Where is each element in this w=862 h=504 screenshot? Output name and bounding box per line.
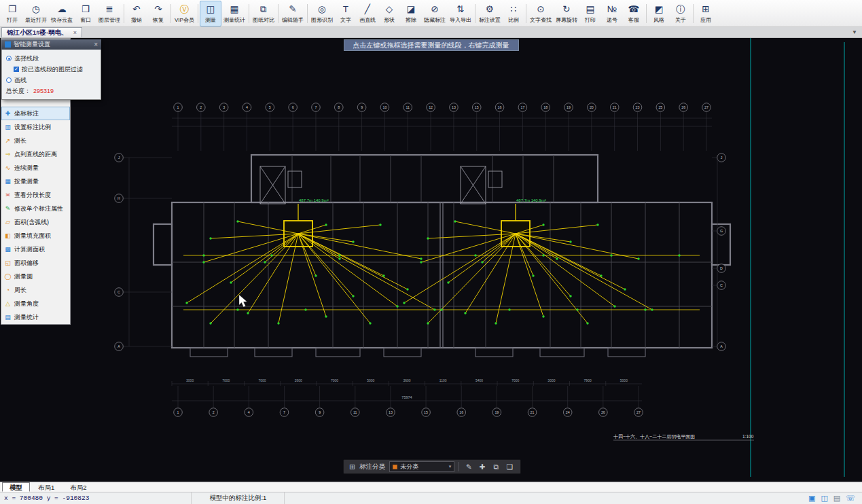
- dialog-titlebar[interactable]: 智能测量设置 ×: [1, 39, 101, 50]
- svg-text:24: 24: [566, 410, 570, 414]
- classify-dropdown[interactable]: 未分类 ▾: [389, 461, 454, 472]
- chevron-down-icon[interactable]: ▼: [852, 29, 857, 35]
- toolbar-button-label: 关于: [675, 16, 686, 24]
- toolbar-button-6-5[interactable]: ⊘隐藏标注: [422, 1, 448, 26]
- svg-text:18: 18: [543, 105, 547, 109]
- toolbar-button-5-0[interactable]: ✎编辑随手: [280, 1, 306, 26]
- sidebar-item-7[interactable]: ✎修改单个标注属性: [1, 202, 70, 215]
- total-length-row: 总长度： 295319: [6, 86, 96, 96]
- checkbox-label: 按已选线段的图层过滤: [22, 65, 83, 74]
- document-tab[interactable]: 锦江小区1#楼-弱电、 ×: [1, 27, 82, 37]
- toolbar-button-6-6[interactable]: ⇅导入导出: [448, 1, 473, 26]
- toolbar-button-9-1[interactable]: ⓘ关于: [670, 1, 692, 26]
- toolbar-separator: [249, 4, 249, 23]
- svg-text:20: 20: [590, 105, 594, 109]
- radio-select-segment[interactable]: 选择线段: [6, 53, 96, 64]
- svg-text:3600: 3600: [403, 378, 410, 382]
- toolbar-button-9-0[interactable]: ◩风格: [648, 1, 670, 26]
- svg-text:3000: 3000: [547, 378, 555, 382]
- chat-icon[interactable]: ▣: [808, 494, 815, 503]
- toolbar-button-label: 图纸对比: [253, 16, 274, 24]
- toolbar-icon: ⚙: [486, 3, 494, 16]
- toolbar-button-0-1[interactable]: ◷最近打开: [23, 1, 49, 26]
- sidebar-item-9[interactable]: ◧测量填充面积: [1, 229, 70, 242]
- paste-button[interactable]: ❏: [504, 463, 515, 471]
- toolbar-button-6-1[interactable]: T文字: [335, 1, 357, 26]
- close-icon[interactable]: ×: [94, 41, 98, 48]
- toolbar-button-10-0[interactable]: ⊞应用: [695, 1, 717, 26]
- toolbar-button-label: 递号: [607, 16, 617, 24]
- toolbar-button-6-0[interactable]: ◎图形识别: [309, 1, 335, 26]
- sidebar-item-3[interactable]: ⇒点到直线的距离: [1, 147, 70, 161]
- svg-text:10: 10: [382, 105, 387, 109]
- svg-text:6: 6: [292, 105, 294, 109]
- toolbar-button-6-4[interactable]: ◪擦除: [400, 1, 422, 26]
- chevron-down-icon[interactable]: ▾: [449, 464, 452, 469]
- sidebar-item-14[interactable]: △测量角度: [1, 297, 70, 310]
- sheet-tab-layout2[interactable]: 布局2: [62, 482, 94, 492]
- toolbar-separator: [693, 4, 694, 23]
- radio-icon[interactable]: [6, 56, 12, 61]
- edit-annotation-button[interactable]: ✎: [463, 463, 474, 471]
- checkbox-icon[interactable]: [14, 67, 19, 72]
- close-icon[interactable]: ×: [73, 29, 77, 36]
- toolbar-button-7-1[interactable]: ∷比例: [503, 1, 524, 26]
- drawing-scale: 1:100: [742, 434, 754, 439]
- sidebar-item-13[interactable]: ◔周长: [1, 283, 70, 297]
- toolbar-button-8-0[interactable]: ⊙文字查找: [528, 1, 554, 26]
- tool-icon: ↗: [4, 137, 12, 144]
- sidebar-item-15[interactable]: ▤测量统计: [1, 310, 70, 324]
- toolbar-icon: ∷: [511, 3, 517, 16]
- toolbar-button-0-0[interactable]: ❐打开: [1, 1, 23, 26]
- sidebar-item-label: 面积偏移: [14, 259, 39, 268]
- tool-icon: ◯: [4, 273, 12, 280]
- sidebar-item-2[interactable]: ↗测长: [1, 134, 70, 147]
- sidebar-item-4[interactable]: ∿连续测量: [1, 161, 70, 175]
- toolbar-button-4-0[interactable]: ⧉图纸对比: [251, 1, 276, 26]
- sidebar-item-8[interactable]: ▱面积(含弧线): [1, 215, 70, 229]
- layout-icon[interactable]: ◫: [821, 494, 827, 503]
- sidebar-item-label: 查看分段长度: [14, 191, 51, 200]
- toolbar-button-7-0[interactable]: ⚙标注设置: [477, 1, 503, 26]
- toolbar-button-6-3[interactable]: ◇形状: [378, 1, 400, 26]
- sidebar-item-label: 设置标注比例: [14, 123, 51, 132]
- toolbar-button-2-0[interactable]: ⓋVIP会员: [173, 1, 196, 26]
- radio-icon[interactable]: [6, 77, 12, 83]
- sidebar-item-12[interactable]: ◯测量圆: [1, 270, 70, 283]
- sidebar-item-6[interactable]: ≍查看分段长度: [1, 188, 70, 202]
- toolbar-button-3-1[interactable]: ▦测量统计: [221, 1, 247, 26]
- toolbar-button-3-0[interactable]: ◫测量: [200, 1, 221, 26]
- sidebar-item-0[interactable]: ✚坐标标注: [1, 107, 70, 120]
- tool-icon: ▦: [4, 178, 12, 185]
- toolbar-button-8-3[interactable]: №递号: [601, 1, 623, 26]
- grid-axes: 1234567891011121315161718192021232526271…: [115, 103, 726, 417]
- sidebar-item-1[interactable]: ▥设置标注比例: [1, 120, 70, 134]
- toolbar-button-1-1[interactable]: ↷恢复: [147, 1, 169, 26]
- toolbar-button-1-0[interactable]: ↶撤销: [126, 1, 147, 26]
- display-icon[interactable]: ▤: [833, 494, 840, 503]
- toolbar-button-0-2[interactable]: ☁快存云盘: [49, 1, 75, 26]
- toolbar-button-0-3[interactable]: ❒窗口: [75, 1, 96, 26]
- toolbar-icon: ⊞: [702, 3, 709, 16]
- toolbar-button-0-4[interactable]: ≣图层管理: [96, 1, 122, 26]
- sidebar-item-label: 连续测量: [14, 164, 39, 173]
- toolbar-button-8-2[interactable]: ▤打印: [579, 1, 601, 26]
- toolbar-button-8-4[interactable]: ☎客服: [623, 1, 645, 26]
- toolbar-button-label: 图形识别: [311, 16, 333, 24]
- sheet-tab-model[interactable]: 模型: [2, 482, 30, 492]
- move-button[interactable]: ✚: [477, 463, 488, 471]
- tool-icon: ◱: [4, 259, 12, 266]
- electrical-wiring: [183, 204, 700, 323]
- checkbox-layer-filter[interactable]: 按已选线段的图层过滤: [6, 64, 96, 75]
- sidebar-item-label: 修改单个标注属性: [14, 204, 63, 213]
- copy-button[interactable]: ⧉: [490, 463, 501, 471]
- phone-icon[interactable]: ☏: [846, 494, 855, 503]
- drawing-canvas[interactable]: 1234567891011121315161718192021232526271…: [0, 38, 862, 482]
- sheet-tab-layout1[interactable]: 布局1: [31, 482, 62, 492]
- sidebar-item-11[interactable]: ◱面积偏移: [1, 256, 70, 270]
- sidebar-item-5[interactable]: ▦按量测量: [1, 175, 70, 188]
- sidebar-item-10[interactable]: ▩计算测面积: [1, 242, 70, 256]
- radio-draw-line[interactable]: 画线: [6, 75, 96, 86]
- toolbar-button-6-2[interactable]: ╱画直线: [357, 1, 378, 26]
- toolbar-button-8-1[interactable]: ↻屏幕旋转: [554, 1, 579, 26]
